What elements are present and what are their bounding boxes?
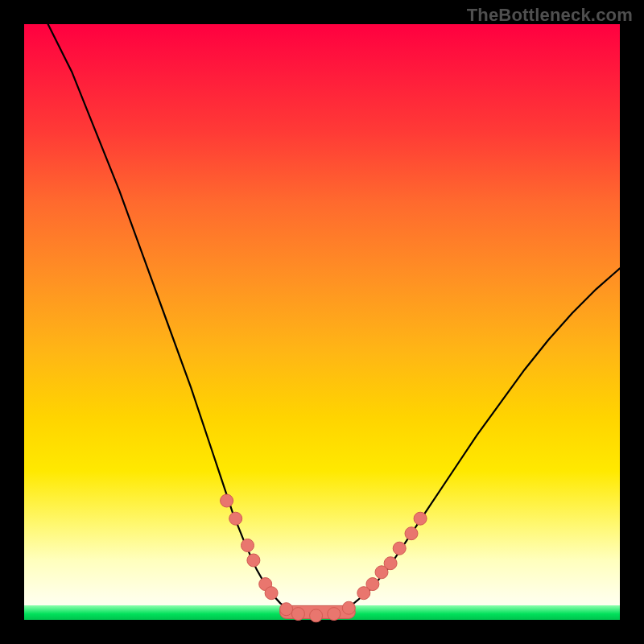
marker-dot — [328, 608, 341, 621]
marker-dot — [366, 578, 379, 591]
plot-area — [24, 24, 620, 620]
marker-dot — [310, 609, 323, 622]
curve-path — [48, 24, 620, 617]
marker-dot — [342, 601, 355, 614]
marker-dot — [265, 587, 278, 600]
marker-dot — [384, 557, 397, 570]
marker-dot — [242, 539, 254, 552]
watermark-text: TheBottleneck.com — [467, 5, 633, 26]
marker-dot — [291, 608, 304, 621]
marker-dot — [393, 542, 406, 555]
marker-dot — [247, 554, 260, 567]
chart-frame: TheBottleneck.com — [0, 0, 644, 644]
marker-dot — [414, 512, 427, 525]
bottleneck-curve — [24, 24, 620, 620]
marker-dot — [221, 494, 233, 507]
marker-dot — [229, 512, 242, 525]
marker-dot — [405, 527, 418, 540]
marker-dot — [280, 603, 293, 616]
